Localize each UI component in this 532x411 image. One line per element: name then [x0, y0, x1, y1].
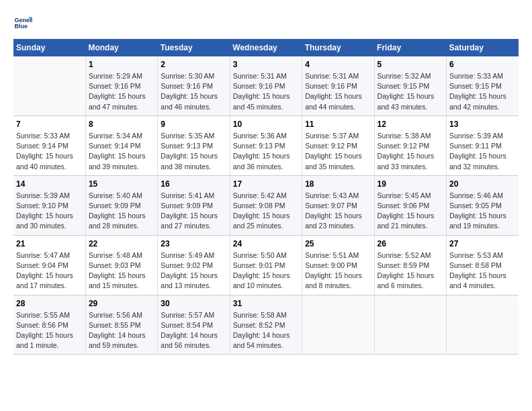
day-number: 18 — [305, 179, 371, 189]
logo: General Blue — [13, 13, 32, 32]
weekday-header-saturday: Saturday — [447, 39, 519, 56]
calendar-cell: 31Sunrise: 5:58 AM Sunset: 8:52 PM Dayli… — [230, 295, 302, 355]
svg-text:Blue: Blue — [14, 23, 28, 30]
calendar-cell: 22Sunrise: 5:48 AM Sunset: 9:03 PM Dayli… — [85, 235, 157, 295]
day-info: Sunrise: 5:39 AM Sunset: 9:10 PM Dayligh… — [16, 191, 83, 232]
calendar-cell: 18Sunrise: 5:43 AM Sunset: 9:07 PM Dayli… — [302, 175, 374, 235]
day-info: Sunrise: 5:52 AM Sunset: 8:59 PM Dayligh… — [378, 250, 443, 291]
calendar-cell: 12Sunrise: 5:38 AM Sunset: 9:12 PM Dayli… — [374, 116, 446, 175]
day-number: 3 — [233, 60, 299, 69]
weekday-header-wednesday: Wednesday — [230, 39, 302, 56]
page-header: General Blue — [13, 13, 519, 32]
day-number: 29 — [89, 299, 154, 308]
day-number: 30 — [161, 299, 226, 308]
calendar-cell: 7Sunrise: 5:33 AM Sunset: 9:14 PM Daylig… — [13, 116, 85, 175]
calendar-cell: 9Sunrise: 5:35 AM Sunset: 9:13 PM Daylig… — [158, 116, 230, 175]
day-info: Sunrise: 5:33 AM Sunset: 9:14 PM Dayligh… — [16, 131, 83, 172]
day-info: Sunrise: 5:33 AM Sunset: 9:15 PM Dayligh… — [449, 71, 516, 112]
day-number: 28 — [16, 299, 83, 308]
calendar-cell: 16Sunrise: 5:41 AM Sunset: 9:09 PM Dayli… — [158, 175, 230, 235]
calendar-cell: 19Sunrise: 5:45 AM Sunset: 9:06 PM Dayli… — [374, 175, 446, 235]
calendar-week-row: 14Sunrise: 5:39 AM Sunset: 9:10 PM Dayli… — [13, 175, 519, 235]
day-number: 19 — [378, 179, 443, 189]
day-number: 6 — [449, 60, 516, 69]
calendar-cell — [13, 56, 85, 116]
weekday-header-tuesday: Tuesday — [158, 39, 230, 56]
day-number: 24 — [233, 239, 299, 248]
weekday-header-row: SundayMondayTuesdayWednesdayThursdayFrid… — [13, 39, 519, 56]
day-number: 31 — [233, 299, 299, 308]
day-number: 22 — [89, 239, 154, 248]
day-number: 27 — [449, 239, 516, 248]
calendar-cell: 4Sunrise: 5:31 AM Sunset: 9:16 PM Daylig… — [302, 56, 374, 116]
day-number: 5 — [378, 60, 443, 69]
day-info: Sunrise: 5:51 AM Sunset: 9:00 PM Dayligh… — [305, 250, 371, 291]
calendar-cell: 13Sunrise: 5:39 AM Sunset: 9:11 PM Dayli… — [447, 116, 519, 175]
calendar-cell: 26Sunrise: 5:52 AM Sunset: 8:59 PM Dayli… — [374, 235, 446, 295]
calendar-cell: 24Sunrise: 5:50 AM Sunset: 9:01 PM Dayli… — [230, 235, 302, 295]
calendar-week-row: 21Sunrise: 5:47 AM Sunset: 9:04 PM Dayli… — [13, 235, 519, 295]
calendar-cell: 14Sunrise: 5:39 AM Sunset: 9:10 PM Dayli… — [13, 175, 85, 235]
day-info: Sunrise: 5:41 AM Sunset: 9:09 PM Dayligh… — [161, 191, 226, 232]
weekday-header-sunday: Sunday — [13, 39, 85, 56]
calendar-cell: 25Sunrise: 5:51 AM Sunset: 9:00 PM Dayli… — [302, 235, 374, 295]
day-info: Sunrise: 5:36 AM Sunset: 9:13 PM Dayligh… — [233, 131, 299, 172]
calendar-cell — [374, 295, 446, 355]
calendar-cell: 5Sunrise: 5:32 AM Sunset: 9:15 PM Daylig… — [374, 56, 446, 116]
day-number: 12 — [378, 120, 443, 129]
calendar-week-row: 1Sunrise: 5:29 AM Sunset: 9:16 PM Daylig… — [13, 56, 519, 116]
day-number: 11 — [305, 120, 371, 129]
calendar-cell: 30Sunrise: 5:57 AM Sunset: 8:54 PM Dayli… — [158, 295, 230, 355]
day-info: Sunrise: 5:40 AM Sunset: 9:09 PM Dayligh… — [89, 191, 154, 232]
day-info: Sunrise: 5:37 AM Sunset: 9:12 PM Dayligh… — [305, 131, 371, 172]
calendar-cell: 17Sunrise: 5:42 AM Sunset: 9:08 PM Dayli… — [230, 175, 302, 235]
day-info: Sunrise: 5:58 AM Sunset: 8:52 PM Dayligh… — [233, 310, 299, 351]
day-info: Sunrise: 5:30 AM Sunset: 9:16 PM Dayligh… — [161, 71, 226, 112]
day-info: Sunrise: 5:56 AM Sunset: 8:55 PM Dayligh… — [89, 310, 154, 351]
day-info: Sunrise: 5:38 AM Sunset: 9:12 PM Dayligh… — [378, 131, 443, 172]
calendar-cell: 10Sunrise: 5:36 AM Sunset: 9:13 PM Dayli… — [230, 116, 302, 175]
day-number: 17 — [233, 179, 299, 189]
day-info: Sunrise: 5:57 AM Sunset: 8:54 PM Dayligh… — [161, 310, 226, 351]
day-info: Sunrise: 5:32 AM Sunset: 9:15 PM Dayligh… — [378, 71, 443, 112]
calendar-cell: 20Sunrise: 5:46 AM Sunset: 9:05 PM Dayli… — [447, 175, 519, 235]
weekday-header-thursday: Thursday — [302, 39, 374, 56]
day-info: Sunrise: 5:48 AM Sunset: 9:03 PM Dayligh… — [89, 250, 154, 291]
calendar-cell: 1Sunrise: 5:29 AM Sunset: 9:16 PM Daylig… — [85, 56, 157, 116]
calendar-cell: 23Sunrise: 5:49 AM Sunset: 9:02 PM Dayli… — [158, 235, 230, 295]
day-number: 14 — [16, 179, 83, 189]
day-info: Sunrise: 5:31 AM Sunset: 9:16 PM Dayligh… — [233, 71, 299, 112]
day-number: 16 — [161, 179, 226, 189]
day-info: Sunrise: 5:42 AM Sunset: 9:08 PM Dayligh… — [233, 191, 299, 232]
calendar-cell: 2Sunrise: 5:30 AM Sunset: 9:16 PM Daylig… — [158, 56, 230, 116]
calendar-cell: 11Sunrise: 5:37 AM Sunset: 9:12 PM Dayli… — [302, 116, 374, 175]
day-number: 1 — [89, 60, 154, 69]
calendar-cell — [447, 295, 519, 355]
calendar-cell: 21Sunrise: 5:47 AM Sunset: 9:04 PM Dayli… — [13, 235, 85, 295]
day-number: 8 — [89, 120, 154, 129]
day-info: Sunrise: 5:29 AM Sunset: 9:16 PM Dayligh… — [89, 71, 154, 112]
day-info: Sunrise: 5:43 AM Sunset: 9:07 PM Dayligh… — [305, 191, 371, 232]
calendar-week-row: 7Sunrise: 5:33 AM Sunset: 9:14 PM Daylig… — [13, 116, 519, 175]
day-info: Sunrise: 5:49 AM Sunset: 9:02 PM Dayligh… — [161, 250, 226, 291]
day-number: 26 — [378, 239, 443, 248]
day-number: 23 — [161, 239, 226, 248]
logo-icon: General Blue — [13, 13, 32, 32]
day-number: 7 — [16, 120, 83, 129]
day-number: 25 — [305, 239, 371, 248]
calendar-table: SundayMondayTuesdayWednesdayThursdayFrid… — [13, 39, 519, 355]
weekday-header-friday: Friday — [374, 39, 446, 56]
calendar-week-row: 28Sunrise: 5:55 AM Sunset: 8:56 PM Dayli… — [13, 295, 519, 355]
calendar-cell: 28Sunrise: 5:55 AM Sunset: 8:56 PM Dayli… — [13, 295, 85, 355]
day-info: Sunrise: 5:45 AM Sunset: 9:06 PM Dayligh… — [378, 191, 443, 232]
day-info: Sunrise: 5:39 AM Sunset: 9:11 PM Dayligh… — [449, 131, 516, 172]
day-number: 2 — [161, 60, 226, 69]
day-info: Sunrise: 5:31 AM Sunset: 9:16 PM Dayligh… — [305, 71, 371, 112]
day-number: 13 — [449, 120, 516, 129]
calendar-cell: 3Sunrise: 5:31 AM Sunset: 9:16 PM Daylig… — [230, 56, 302, 116]
day-info: Sunrise: 5:47 AM Sunset: 9:04 PM Dayligh… — [16, 250, 83, 291]
day-number: 10 — [233, 120, 299, 129]
day-info: Sunrise: 5:35 AM Sunset: 9:13 PM Dayligh… — [161, 131, 226, 172]
calendar-cell: 29Sunrise: 5:56 AM Sunset: 8:55 PM Dayli… — [85, 295, 157, 355]
day-number: 21 — [16, 239, 83, 248]
